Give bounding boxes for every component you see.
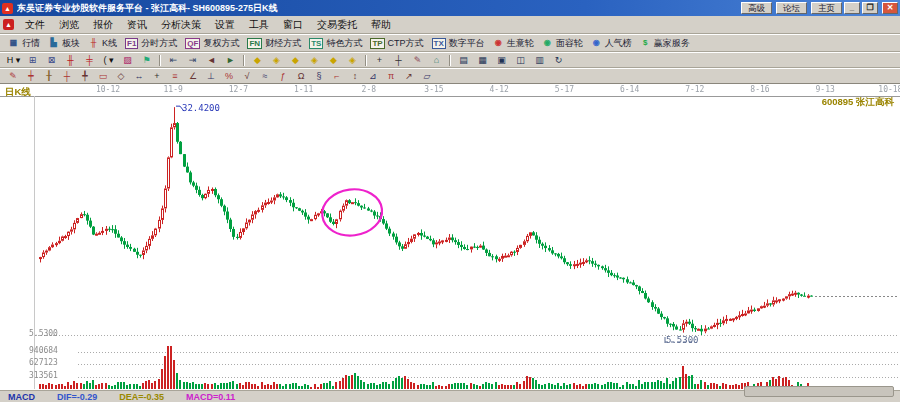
macd-indicator-name[interactable]: MACD (8, 392, 35, 402)
toolbar-button-3[interactable]: F1分时方式 (121, 36, 181, 51)
toolbar-icon-12: $ (640, 38, 651, 49)
trend-tool-icon[interactable]: ↗ (401, 70, 417, 83)
menu-item-0[interactable]: 文件 (18, 17, 52, 33)
menu-item-2[interactable]: 报价 (86, 17, 120, 33)
toolbar-label-1: 板块 (62, 37, 80, 50)
step-right-icon[interactable]: ► (222, 54, 239, 67)
paren-menu-icon[interactable]: ( ▾ (100, 54, 117, 67)
toolbar-button-5[interactable]: FN财经方式 (243, 36, 305, 51)
rect-tool-icon[interactable]: ▭ (95, 70, 111, 83)
zoom-in-icon[interactable]: ◆ (325, 54, 342, 67)
wave-tool-icon[interactable]: ≈ (257, 70, 273, 83)
plus-tool-icon[interactable]: + (149, 70, 165, 83)
menu-item-9[interactable]: 帮助 (364, 17, 398, 33)
save-layout-icon[interactable]: ▥ (531, 54, 548, 67)
menubar: ▲ 文件浏览报价资讯分析决策设置工具窗口交易委托帮助 (0, 16, 900, 34)
omega-tool-icon[interactable]: Ω (293, 70, 309, 83)
layout-4-icon[interactable]: ◫ (512, 54, 529, 67)
flag-marker-icon[interactable]: ⚑ (138, 54, 155, 67)
toolbar-label-4: 复权方式 (203, 37, 239, 50)
toolbar-button-12[interactable]: $赢家服务 (636, 36, 694, 51)
updown-tool-icon[interactable]: ↕ (347, 70, 363, 83)
price-scale-low-label: 5.5300 (29, 329, 58, 338)
toolbar-label-8: 数字平台 (449, 37, 485, 50)
toolbar-button-8[interactable]: TX数字平台 (428, 36, 489, 51)
layout-3-icon[interactable]: ▣ (493, 54, 510, 67)
toolbar-icon-8: TX (432, 38, 446, 49)
toolbar-button-10[interactable]: ◉面容轮 (538, 36, 587, 51)
toolbar-button-11[interactable]: ◉人气榜 (587, 36, 636, 51)
minimize-button[interactable]: _ (844, 2, 860, 14)
root-tool-icon[interactable]: √ (239, 70, 255, 83)
zoom-out-icon[interactable]: ◈ (344, 54, 361, 67)
refresh-icon[interactable]: ↻ (550, 54, 567, 67)
toolbar-label-12: 赢家服务 (654, 37, 690, 50)
hline-tool-icon[interactable]: ↔ (131, 70, 147, 83)
menu-item-3[interactable]: 资讯 (120, 17, 154, 33)
fib-fan-icon[interactable]: ╇ (77, 70, 93, 83)
menu-item-5[interactable]: 设置 (208, 17, 242, 33)
menu-item-4[interactable]: 分析决策 (154, 17, 208, 33)
titlebar-button-home[interactable]: 主页 (811, 2, 842, 14)
zoom-up-icon[interactable]: ◆ (287, 54, 304, 67)
macd-dea-value: DEA=-0.35 (119, 392, 164, 402)
toolbar-button-0[interactable]: ▦行情 (4, 36, 44, 51)
titlebar-button-forum[interactable]: 论坛 (776, 2, 807, 14)
corner-tool-icon[interactable]: ⌐ (329, 70, 345, 83)
date-tick-5: 3-15 (417, 85, 451, 94)
magnifier-icon[interactable]: + (371, 54, 388, 67)
layout-1-icon[interactable]: ▤ (455, 54, 472, 67)
toolbar-icon-5: FN (247, 38, 262, 49)
section-tool-icon[interactable]: § (311, 70, 327, 83)
cross-line-icon[interactable]: ┿ (23, 70, 39, 83)
para-tool-icon[interactable]: ▱ (419, 70, 435, 83)
go-first-icon[interactable]: ⇤ (165, 54, 182, 67)
toolbar-button-4[interactable]: QF复权方式 (181, 36, 243, 51)
toolbar-icon-6: TS (309, 38, 323, 49)
period-h-menu-icon[interactable]: H ▾ (5, 54, 22, 67)
titlebar-button-advanced[interactable]: 高级 (741, 2, 772, 14)
vline-tool-icon[interactable]: ⊥ (203, 70, 219, 83)
home-view-icon[interactable]: ⌂ (428, 54, 445, 67)
stock-code-name-label: 600895 张江高科 (822, 96, 894, 109)
toolbar-button-1[interactable]: ▙板块 (44, 36, 84, 51)
close-button[interactable]: ✕ (882, 2, 898, 14)
pi-tool-icon[interactable]: π (383, 70, 399, 83)
zoom-right-icon[interactable]: ◈ (268, 54, 285, 67)
percent-tool-icon[interactable]: % (221, 70, 237, 83)
grid-line-icon[interactable]: ┼ (59, 70, 75, 83)
toolbar-button-6[interactable]: TS特色方式 (305, 36, 366, 51)
toolbar-button-7[interactable]: TPCTP方式 (366, 36, 427, 51)
horizontal-scrollbar[interactable] (744, 386, 894, 397)
menu-item-6[interactable]: 工具 (242, 17, 276, 33)
toolbar-button-2[interactable]: ╫K线 (84, 36, 121, 51)
pattern-chart-icon[interactable]: ▨ (119, 54, 136, 67)
pencil-tool-icon[interactable]: ✎ (5, 70, 21, 83)
gann-line-icon[interactable]: ╂ (41, 70, 57, 83)
kline-style-1-icon[interactable]: ╫ (62, 54, 79, 67)
menu-item-8[interactable]: 交易委托 (310, 17, 364, 33)
period-label: 日K线 (5, 86, 31, 99)
angle-tool-icon[interactable]: ∠ (185, 70, 201, 83)
kline-chart-area[interactable]: 日K线 600895 张江高科 32.4200 5.5300 5.5300 94… (0, 84, 900, 390)
func-tool-icon[interactable]: ƒ (275, 70, 291, 83)
kline-style-2-icon[interactable]: ╪ (81, 54, 98, 67)
diamond-tool-icon[interactable]: ◇ (113, 70, 129, 83)
toolbar-button-9[interactable]: ◉生意轮 (489, 36, 538, 51)
zoom-left-icon[interactable]: ◆ (249, 54, 266, 67)
tri-tool-icon[interactable]: ⊿ (365, 70, 381, 83)
menu-item-1[interactable]: 浏览 (52, 17, 86, 33)
candlestick-canvas[interactable] (0, 84, 900, 390)
crosshair-icon[interactable]: ┼ (390, 54, 407, 67)
layout-2-icon[interactable]: ▦ (474, 54, 491, 67)
restore-button[interactable]: ❐ (862, 2, 878, 14)
grid-window-icon[interactable]: ⊞ (24, 54, 41, 67)
channel-tool-icon[interactable]: ≡ (167, 70, 183, 83)
lock-window-icon[interactable]: ⊠ (43, 54, 60, 67)
step-left-icon[interactable]: ◄ (203, 54, 220, 67)
toolbar-icon-3: F1 (125, 38, 138, 49)
measure-icon[interactable]: ✎ (409, 54, 426, 67)
menu-item-7[interactable]: 窗口 (276, 17, 310, 33)
go-last-icon[interactable]: ⇥ (184, 54, 201, 67)
zoom-down-icon[interactable]: ◈ (306, 54, 323, 67)
